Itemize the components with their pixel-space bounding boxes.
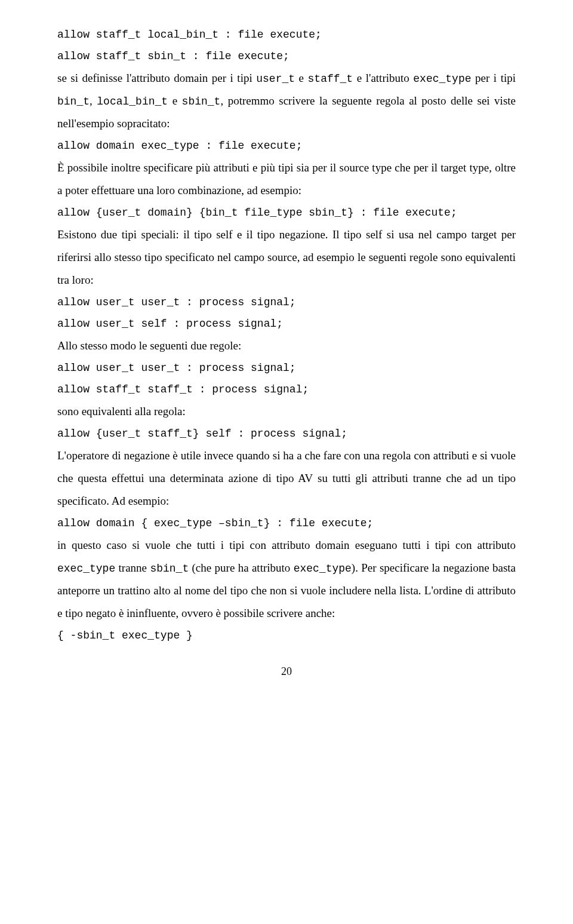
code-line: allow domain exec_type : file execute; <box>57 135 516 156</box>
code-line: allow staff_t sbin_t : file execute; <box>57 45 516 67</box>
text: e <box>295 72 308 84</box>
code-line: allow staff_t local_bin_t : file execute… <box>57 24 516 45</box>
code-line: allow user_t user_t : process signal; <box>57 291 516 313</box>
inline-code: user_t <box>256 73 295 85</box>
code-line: { -sbin_t exec_type } <box>57 625 516 646</box>
text: tranne <box>115 561 150 574</box>
paragraph: in questo caso si vuole che tutti i tipi… <box>57 534 516 625</box>
inline-code: exec_type <box>294 563 352 575</box>
inline-code: staff_t <box>308 73 353 85</box>
code-line: allow user_t self : process signal; <box>57 313 516 334</box>
inline-code: local_bin_t <box>97 96 168 108</box>
text: , <box>90 94 97 107</box>
code-line: allow staff_t staff_t : process signal; <box>57 379 516 400</box>
text: e l'attributo <box>353 72 413 84</box>
paragraph: È possibile inoltre specificare più attr… <box>57 156 516 202</box>
code-line: allow {user_t domain} {bin_t file_type s… <box>57 202 516 223</box>
text: e <box>168 94 181 107</box>
inline-code: sbin_t <box>150 563 189 575</box>
text: in questo caso si vuole che tutti i tipi… <box>57 539 516 551</box>
inline-code: sbin_t <box>182 96 221 108</box>
text: (che pure ha attributo <box>189 561 293 574</box>
paragraph: sono equivalenti alla regola: <box>57 400 516 423</box>
code-line: allow user_t user_t : process signal; <box>57 357 516 379</box>
document-page: allow staff_t local_bin_t : file execute… <box>0 0 573 924</box>
paragraph: L'operatore di negazione è utile invece … <box>57 444 516 512</box>
paragraph: Esistono due tipi speciali: il tipo self… <box>57 223 516 291</box>
inline-code: bin_t <box>57 96 90 108</box>
inline-code: exec_type <box>57 563 115 575</box>
text: se si definisse l'attributo domain per i… <box>57 72 256 84</box>
page-number: 20 <box>57 661 516 682</box>
paragraph: se si definisse l'attributo domain per i… <box>57 67 516 135</box>
code-line: allow domain { exec_type –sbin_t} : file… <box>57 512 516 534</box>
paragraph: Allo stesso modo le seguenti due regole: <box>57 334 516 357</box>
text: per i tipi <box>472 72 516 84</box>
code-line: allow {user_t staff_t} self : process si… <box>57 423 516 444</box>
inline-code: exec_type <box>413 73 471 85</box>
